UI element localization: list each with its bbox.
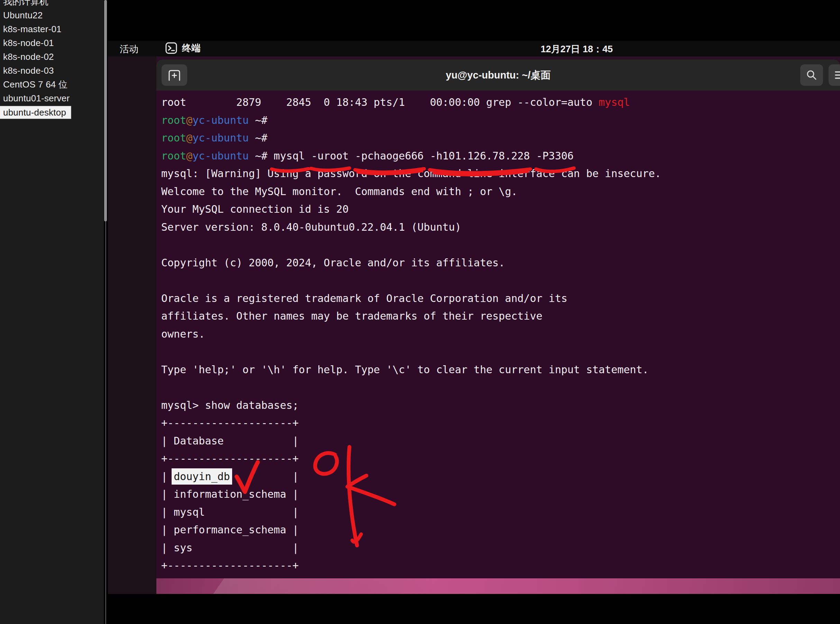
search-button[interactable] bbox=[800, 64, 823, 86]
focused-app-menu[interactable]: 终端 bbox=[165, 42, 201, 54]
table-row: | performance_schema | bbox=[161, 524, 661, 542]
connection-id-line: Your MySQL connection id is 20 bbox=[161, 203, 661, 221]
table-row-douyin: | douyin_db | bbox=[161, 470, 661, 488]
table-row: | mysql | bbox=[161, 506, 661, 524]
vm-item-k8s-master-01[interactable]: k8s-master-01 bbox=[0, 22, 104, 36]
table-header: | Database | bbox=[161, 435, 661, 453]
gnome-top-bar: 活动 终端 12月27日 18：45 bbox=[108, 41, 840, 56]
shell-prompt: root@yc-ubuntu ~# bbox=[161, 114, 661, 132]
terminal-window: yu@yc-ubuntu: ~/桌面 ro bbox=[156, 60, 840, 578]
vm-item-ubuntu01-server[interactable]: ubuntu01-server bbox=[0, 91, 104, 105]
dock bbox=[108, 56, 156, 594]
table-row: | sys | bbox=[161, 542, 661, 560]
vm-item-k8s-node-03[interactable]: k8s-node-03 bbox=[0, 63, 104, 77]
mysql-command: mysql -uroot -pchaoge666 -h101.126.78.22… bbox=[267, 150, 574, 162]
hamburger-menu-icon bbox=[834, 69, 840, 81]
vm-item-ubuntu22[interactable]: Ubuntu22 bbox=[0, 8, 104, 22]
focused-app-name: 终端 bbox=[182, 42, 201, 54]
show-databases-query: mysql> show databases; bbox=[161, 399, 661, 417]
terminal-mini-icon bbox=[165, 42, 177, 54]
vm-item-ubuntu-desktop-selected[interactable]: ubuntu-desktop bbox=[0, 106, 71, 119]
screen: 我的计算机 Ubuntu22 k8s-master-01 k8s-node-01… bbox=[0, 0, 840, 624]
terminal-output: root 2879 2845 0 18:43 pts/1 00:00:00 gr… bbox=[161, 96, 661, 577]
trademark-line: affiliates. Other names may be trademark… bbox=[161, 310, 661, 328]
trademark-line: Oracle is a registered trademark of Orac… bbox=[161, 292, 661, 310]
search-icon bbox=[805, 69, 818, 81]
vm-list-panel: 我的计算机 Ubuntu22 k8s-master-01 k8s-node-01… bbox=[0, 0, 104, 624]
table-border: +--------------------+ bbox=[161, 417, 661, 435]
vm-item-centos7[interactable]: CentOS 7 64 位 bbox=[0, 77, 104, 91]
table-row: | information_schema | bbox=[161, 488, 661, 506]
ps-output-line: root 2879 2845 0 18:43 pts/1 00:00:00 gr… bbox=[161, 96, 661, 114]
trademark-line: owners. bbox=[161, 328, 661, 346]
mysql-command-line: root@yc-ubuntu ~# mysql -uroot -pchaoge6… bbox=[161, 150, 661, 168]
table-border: +--------------------+ bbox=[161, 559, 661, 577]
activities-button[interactable]: 活动 bbox=[120, 43, 138, 56]
copyright-line: Copyright (c) 2000, 2024, Oracle and/or … bbox=[161, 256, 661, 275]
terminal-body[interactable]: root 2879 2845 0 18:43 pts/1 00:00:00 gr… bbox=[156, 91, 840, 578]
ubuntu-desktop-screen: A ? >_ ♻ 活动 终端 12月27日 18：45 bbox=[108, 0, 840, 624]
table-border: +--------------------+ bbox=[161, 453, 661, 470]
menu-button[interactable] bbox=[829, 64, 840, 86]
shell-prompt: root@yc-ubuntu ~# bbox=[161, 132, 661, 150]
window-title: yu@yc-ubuntu: ~/桌面 bbox=[156, 68, 840, 82]
server-version-line: Server version: 8.0.40-0ubuntu0.22.04.1 … bbox=[161, 221, 661, 239]
desktop-wallpaper-pink-strip bbox=[108, 578, 840, 594]
vm-item-k8s-node-01[interactable]: k8s-node-01 bbox=[0, 36, 104, 50]
welcome-line: Welcome to the MySQL monitor. Commands e… bbox=[161, 185, 661, 203]
terminal-titlebar[interactable]: yu@yc-ubuntu: ~/桌面 bbox=[156, 60, 840, 91]
vm-item-k8s-node-02[interactable]: k8s-node-02 bbox=[0, 50, 104, 63]
vm-list: 我的计算机 Ubuntu22 k8s-master-01 k8s-node-01… bbox=[0, 0, 104, 119]
warning-line: mysql: [Warning] Using a password on the… bbox=[161, 167, 661, 185]
help-hint-line: Type 'help;' or '\h' for help. Type '\c'… bbox=[161, 363, 661, 382]
vm-item-computer[interactable]: 我的计算机 bbox=[0, 0, 104, 8]
clock[interactable]: 12月27日 18：45 bbox=[533, 43, 620, 56]
panel-scrollbar-thumb[interactable] bbox=[104, 0, 107, 221]
douyin-db-highlighted: douyin_db bbox=[174, 470, 230, 482]
